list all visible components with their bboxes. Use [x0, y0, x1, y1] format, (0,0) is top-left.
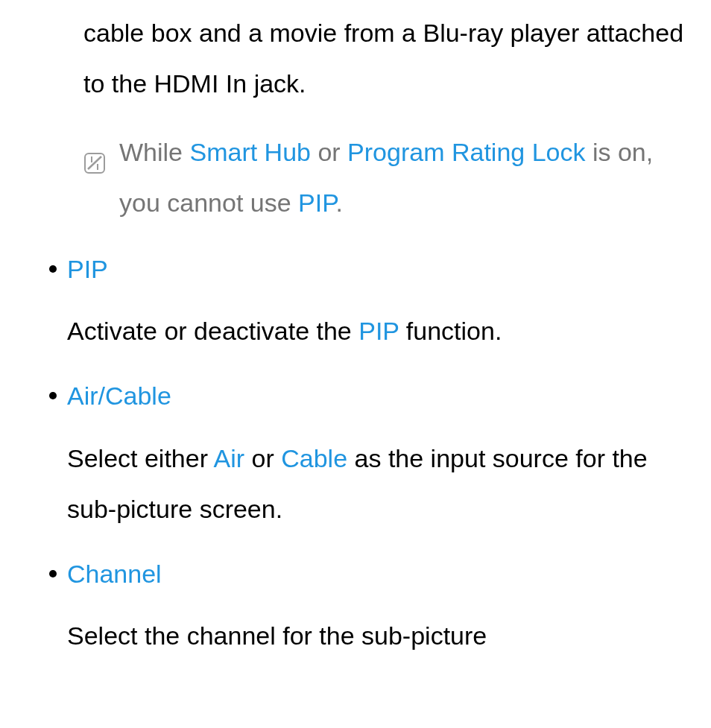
note-link-program-rating-lock: Program Rating Lock	[347, 138, 585, 166]
desc-part: Activate or deactivate the	[67, 317, 358, 345]
desc-part: function.	[399, 317, 502, 345]
note-row: While Smart Hub or Program Rating Lock i…	[67, 127, 689, 228]
desc-part: Select either	[67, 444, 214, 472]
desc-part: Select the channel for the sub-picture	[67, 621, 487, 650]
list-item-content: PIP Activate or deactivate the PIP funct…	[67, 249, 689, 356]
desc-link-air: Air	[214, 444, 245, 472]
list-item-description: Select either Air or Cable as the input …	[67, 433, 689, 534]
list-item-title: Channel	[67, 554, 689, 594]
list-item-title: PIP	[67, 249, 689, 289]
note-text-part: .	[335, 189, 342, 217]
note-text-part: While	[119, 138, 189, 166]
desc-link-cable: Cable	[281, 444, 347, 472]
bullet-icon	[49, 570, 57, 577]
desc-part: or	[244, 444, 281, 472]
svg-line-1	[88, 156, 101, 169]
desc-link-pip: PIP	[358, 317, 399, 345]
list-item: PIP Activate or deactivate the PIP funct…	[67, 249, 689, 356]
note-link-pip: PIP	[298, 189, 335, 217]
list-item-description: Select the channel for the sub-picture	[67, 610, 689, 661]
bullet-icon	[49, 392, 57, 399]
list-item-description: Activate or deactivate the PIP function.	[67, 306, 689, 356]
intro-paragraph: cable box and a movie from a Blu-ray pla…	[67, 7, 689, 109]
note-link-smart-hub: Smart Hub	[189, 138, 311, 166]
list-item-content: Air/Cable Select either Air or Cable as …	[67, 376, 689, 534]
list-item-content: Channel Select the channel for the sub-p…	[67, 554, 689, 661]
bullet-icon	[49, 265, 57, 273]
note-text: While Smart Hub or Program Rating Lock i…	[119, 127, 689, 228]
list-item: Air/Cable Select either Air or Cable as …	[67, 376, 689, 534]
list-item-title: Air/Cable	[67, 376, 689, 416]
note-text-part: or	[311, 138, 347, 166]
list-item: Channel Select the channel for the sub-p…	[67, 554, 689, 661]
note-icon	[83, 140, 106, 191]
